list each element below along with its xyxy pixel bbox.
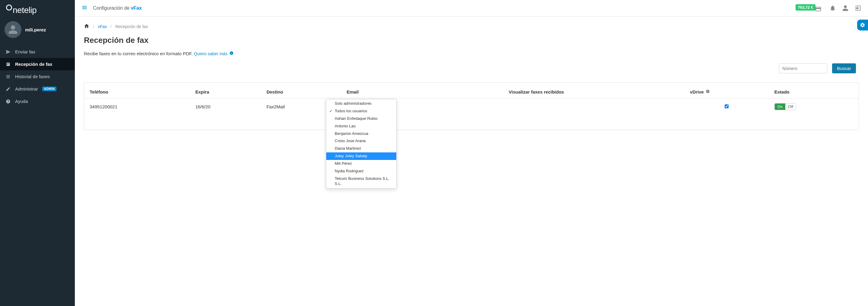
description-text: Recibe faxes en tu correo electrónico en… <box>84 51 192 56</box>
admin-badge: ADMIN <box>42 87 56 91</box>
dropdown-item[interactable]: Telcom Business Solutions S.L. S.L. <box>326 175 396 188</box>
learn-more-link[interactable]: Quiero saber más <box>194 51 233 56</box>
dropdown-item[interactable]: Todos los usuarios <box>326 108 396 115</box>
avatar <box>4 21 22 38</box>
credit-card-icon <box>815 8 822 13</box>
help-icon <box>5 99 11 104</box>
header-prefix: Configuración de <box>93 5 131 10</box>
fax-table: Teléfono Expira Destino Email Visualizar… <box>84 86 859 115</box>
logout-icon[interactable] <box>855 5 861 11</box>
cell-telefono: 34951200021 <box>84 98 190 115</box>
dropdown-item[interactable]: Benjamin Amezcua <box>326 130 396 137</box>
info-icon[interactable] <box>706 89 710 94</box>
breadcrumb-sep: / <box>93 24 94 29</box>
th-expira: Expira <box>190 86 261 98</box>
table-row: 34951200021 16/6/20 Fax2Mail <box>84 98 859 115</box>
sidebar-item-label: Enviar fax <box>15 49 35 54</box>
home-icon[interactable] <box>84 23 89 30</box>
estado-toggle[interactable]: On Off <box>774 103 796 110</box>
th-email: Email <box>341 86 503 98</box>
sidebar-item-historial[interactable]: Historial de faxes <box>0 70 75 83</box>
th-vdrive: vDrive <box>684 86 769 98</box>
breadcrumb-vfax[interactable]: vFax <box>98 24 107 29</box>
cell-visualizar <box>503 98 685 115</box>
breadcrumb-sep: / <box>111 24 112 29</box>
toggle-off: Off <box>785 103 796 110</box>
user-name: mili.perez <box>25 27 46 32</box>
dropdown-item[interactable]: Diana Martinez <box>326 145 396 152</box>
info-icon <box>229 51 234 56</box>
vdrive-checkbox[interactable] <box>725 104 728 108</box>
dropdown-item[interactable]: Solo administradores <box>326 99 396 108</box>
balance[interactable]: 763,72 € <box>796 4 824 12</box>
dropdown-item[interactable]: Adrian Enfedaque Rubio <box>326 115 396 123</box>
menu-toggle-icon[interactable] <box>82 4 88 12</box>
th-estado: Estado <box>769 86 859 98</box>
header-product: vFax <box>131 5 142 10</box>
cell-expira: 16/6/20 <box>190 98 261 115</box>
sidebar-item-label: Ayuda <box>15 99 28 104</box>
sidebar-item-label: Historial de faxes <box>15 74 50 79</box>
header-title: Configuración de vFax <box>93 5 142 11</box>
toggle-on: On <box>775 103 785 110</box>
settings-tab-button[interactable] <box>857 20 868 30</box>
th-visualizar: Visualizar faxes recibidos <box>503 86 685 98</box>
sidebar-item-label: Administrar <box>15 86 38 91</box>
logo[interactable]: netelip <box>0 0 75 18</box>
logo-text: netelip <box>6 5 36 15</box>
breadcrumb-current: Recepción de fax <box>115 24 148 29</box>
search-button[interactable]: Buscar <box>832 63 856 73</box>
visualizar-dropdown[interactable]: Solo administradoresTodos los usuariosAd… <box>326 99 397 189</box>
th-destino: Destino <box>261 86 341 98</box>
list-icon <box>5 74 11 79</box>
sidebar: netelip mili.perez Enviar fax Recepción … <box>0 0 75 306</box>
dropdown-item[interactable]: Antonio Lao <box>326 123 396 130</box>
fax-table-card: Teléfono Expira Destino Email Visualizar… <box>84 82 859 130</box>
sidebar-item-enviar-fax[interactable]: Enviar fax <box>0 45 75 58</box>
dropdown-item[interactable]: Mili Pérez <box>326 160 396 167</box>
sidebar-item-recepcion-fax[interactable]: Recepción de fax <box>0 58 75 70</box>
breadcrumb: / vFax / Recepción de fax <box>84 23 859 30</box>
balance-badge: 763,72 € <box>796 4 816 10</box>
bell-icon[interactable] <box>829 5 836 11</box>
main: Configuración de vFax 763,72 € <box>75 0 868 306</box>
page-description: Recibe faxes en tu correo electrónico en… <box>84 51 859 56</box>
user-icon[interactable] <box>842 5 849 11</box>
sidebar-item-label: Recepción de fax <box>15 62 52 67</box>
dropdown-item[interactable]: Nydia Rodriguez <box>326 167 396 175</box>
page-title: Recepción de fax <box>84 36 859 45</box>
paper-plane-icon <box>5 50 11 54</box>
content: / vFax / Recepción de fax Recepción de f… <box>75 17 868 137</box>
sidebar-item-ayuda[interactable]: Ayuda <box>0 95 75 108</box>
inbox-icon <box>5 62 11 67</box>
edit-icon <box>5 87 11 91</box>
th-telefono: Teléfono <box>84 86 190 98</box>
search-input[interactable] <box>779 63 827 73</box>
cell-vdrive <box>684 98 769 115</box>
user-box[interactable]: mili.perez <box>0 18 75 45</box>
dropdown-item[interactable]: Juley Juley Sabaly <box>326 152 396 160</box>
dropdown-item[interactable]: Cristo Jose Arana <box>326 137 396 145</box>
sidebar-nav: Enviar fax Recepción de fax Historial de… <box>0 45 75 108</box>
sidebar-item-administrar[interactable]: Administrar ADMIN <box>0 83 75 95</box>
search-row: Buscar <box>84 63 859 73</box>
topbar: Configuración de vFax 763,72 € <box>75 0 868 17</box>
cell-estado: On Off <box>769 98 859 115</box>
